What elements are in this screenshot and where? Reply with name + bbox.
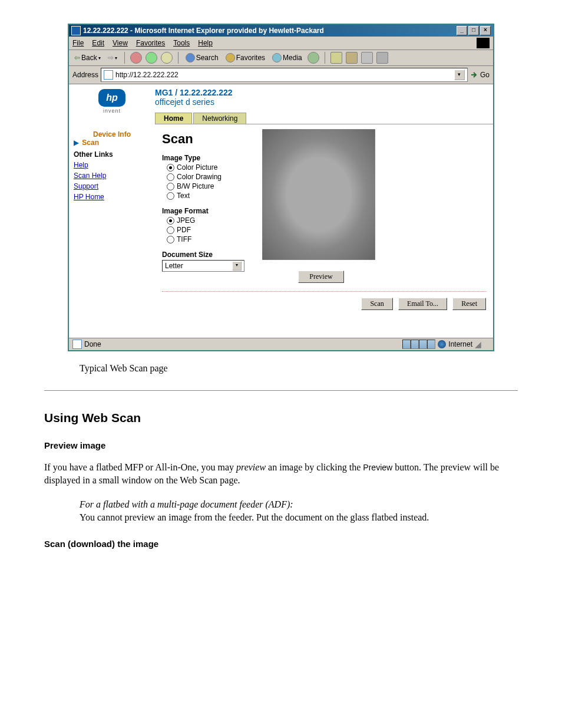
radio-color-drawing[interactable]: Color Drawing (167, 173, 244, 181)
radio-icon (167, 192, 174, 200)
menu-file[interactable]: File (72, 39, 84, 47)
close-button[interactable]: × (480, 26, 491, 35)
radio-icon (167, 236, 174, 243)
scan-panel: Scan Image Type Color Picture Color Draw… (155, 124, 493, 338)
menubar: File Edit View Favorites Tools Help (69, 37, 493, 50)
email-to-button[interactable]: Email To... (398, 298, 447, 310)
adf-note: For a flatbed with a multi-page document… (80, 498, 482, 523)
page-content: hp invent MG1 / 12.22.222.222 officejet … (69, 84, 493, 338)
ie-page-icon (71, 26, 81, 35)
radio-color-picture[interactable]: Color Picture (167, 163, 244, 172)
menu-edit[interactable]: Edit (92, 39, 104, 47)
back-button[interactable]: ⇦ Back ▾ (72, 53, 103, 62)
tab-networking[interactable]: Networking (193, 113, 246, 124)
hp-invent-tag: invent (103, 108, 121, 114)
hp-logo-icon: hp (98, 89, 125, 107)
radio-jpeg[interactable]: JPEG (167, 216, 244, 225)
radio-icon (167, 217, 174, 225)
divider (44, 390, 518, 391)
minimize-button[interactable]: _ (457, 26, 467, 35)
preview-image (262, 129, 375, 260)
resize-grip-icon: ◢ (475, 340, 481, 349)
menu-help[interactable]: Help (198, 39, 213, 47)
subsection-scan-download: Scan (download) the image (44, 539, 518, 549)
mail-icon[interactable] (330, 52, 342, 64)
stop-icon[interactable] (130, 52, 142, 64)
radio-icon (167, 226, 174, 234)
image-format-label: Image Format (162, 207, 244, 215)
window-title: 12.22.222.222 - Microsoft Internet Explo… (83, 27, 324, 35)
preview-button[interactable]: Preview (298, 271, 343, 283)
titlebar: 12.22.222.222 - Microsoft Internet Explo… (69, 25, 493, 37)
preview-paragraph: If you have a flatbed MFP or All-in-One,… (44, 461, 518, 486)
arrow-icon: ▶ (74, 139, 79, 147)
reset-button[interactable]: Reset (452, 298, 486, 310)
media-button[interactable]: Media (270, 52, 304, 63)
scan-button[interactable]: Scan (361, 298, 392, 310)
device-title: MG1 / 12.22.222.222 (155, 88, 493, 97)
address-url: http://12.22.222.222 (115, 71, 452, 79)
status-text: Done (84, 340, 101, 348)
sidebar-link-scan-help[interactable]: Scan Help (74, 172, 150, 180)
figure-caption: Typical Web Scan page (80, 363, 518, 374)
go-icon (470, 71, 478, 79)
favorites-button[interactable]: Favorites (224, 52, 267, 63)
menu-view[interactable]: View (113, 39, 128, 47)
address-input[interactable]: http://12.22.222.222 ▾ (101, 68, 468, 82)
adf-note-body: You cannot preview an image from the fee… (80, 512, 429, 522)
maximize-button[interactable]: □ (468, 26, 479, 35)
back-label: Back (81, 54, 97, 62)
go-button[interactable]: Go (470, 71, 490, 79)
page-icon (104, 70, 113, 80)
history-icon[interactable] (308, 52, 319, 64)
device-series: officejet d series (155, 97, 493, 107)
section-heading: Using Web Scan (44, 411, 518, 425)
radio-tiff[interactable]: TIFF (167, 235, 244, 243)
document-size-select[interactable]: Letter ▾ (162, 260, 244, 272)
sidebar-link-help[interactable]: Help (74, 161, 150, 169)
internet-zone-icon (438, 340, 446, 348)
forward-button[interactable]: ⇨▾ (106, 53, 119, 62)
menu-favorites[interactable]: Favorites (136, 39, 165, 47)
menu-tools[interactable]: Tools (173, 39, 190, 47)
document-size-label: Document Size (162, 251, 244, 259)
tab-home[interactable]: Home (155, 113, 192, 124)
ie-window: 12.22.222.222 - Microsoft Internet Explo… (68, 24, 494, 351)
media-icon (272, 53, 282, 62)
radio-icon (167, 173, 174, 181)
chevron-down-icon: ▾ (232, 261, 242, 271)
sidebar-scan: Scan (82, 139, 99, 147)
hp-brand: hp invent (69, 84, 155, 124)
adf-note-heading: For a flatbed with a multi-page document… (80, 499, 293, 509)
addressbar: Address http://12.22.222.222 ▾ Go (69, 66, 493, 84)
search-button[interactable]: Search (184, 52, 220, 63)
toolbar: ⇦ Back ▾ ⇨▾ Search Favorites Media (69, 50, 493, 66)
sidebar-link-support[interactable]: Support (74, 182, 150, 190)
address-dropdown[interactable]: ▾ (454, 70, 465, 80)
sidebar: Device Info ▶ Scan Other Links Help Scan… (69, 124, 155, 338)
sidebar-scan-row[interactable]: ▶ Scan (74, 139, 150, 147)
radio-icon (167, 183, 174, 190)
refresh-icon[interactable] (146, 52, 157, 64)
radio-text[interactable]: Text (167, 192, 244, 200)
address-label: Address (72, 71, 98, 79)
status-page-icon (72, 340, 82, 349)
discuss-icon[interactable] (376, 52, 388, 64)
tabs: Home Networking (155, 113, 493, 124)
print-icon[interactable] (346, 52, 358, 64)
radio-icon (167, 164, 174, 172)
search-icon (186, 53, 195, 62)
progress-cells (402, 340, 435, 349)
radio-bw-picture[interactable]: B/W Picture (167, 182, 244, 190)
star-icon (226, 53, 235, 62)
edit-icon[interactable] (361, 52, 373, 64)
sidebar-link-hp-home[interactable]: HP Home (74, 193, 150, 201)
subsection-preview: Preview image (44, 440, 518, 450)
radio-pdf[interactable]: PDF (167, 226, 244, 234)
zone-text: Internet (448, 340, 472, 348)
sidebar-other-links: Other Links (74, 150, 150, 159)
document-size-value: Letter (165, 262, 183, 270)
scan-heading: Scan (162, 131, 244, 147)
home-icon[interactable] (161, 52, 173, 64)
sidebar-device-info[interactable]: Device Info (74, 130, 150, 139)
